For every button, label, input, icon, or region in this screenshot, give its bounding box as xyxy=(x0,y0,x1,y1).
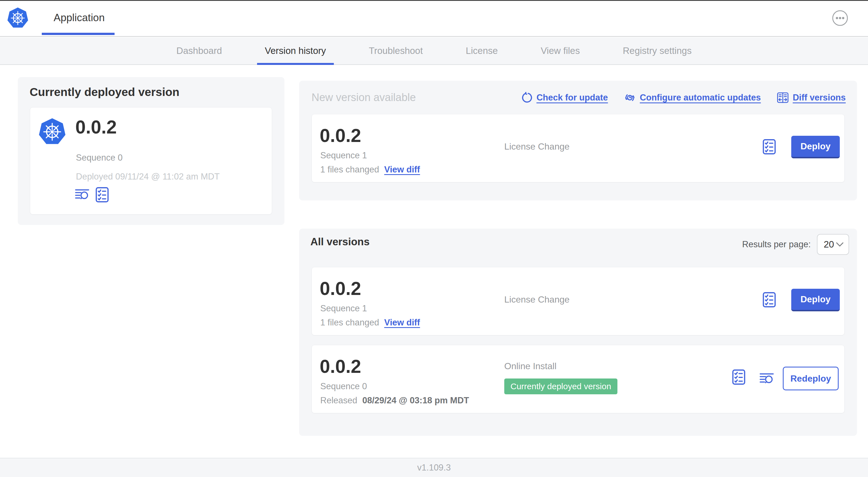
results-per-page: Results per page: 20 xyxy=(742,234,849,255)
version-meta: 1 files changed View diff xyxy=(320,318,420,328)
kubernetes-logo-icon xyxy=(7,6,29,30)
deploy-button[interactable]: Deploy xyxy=(791,136,840,158)
tab-view-files[interactable]: View files xyxy=(533,37,588,64)
results-per-page-select[interactable]: 20 xyxy=(817,234,849,255)
ellipsis-icon xyxy=(832,10,848,26)
redeploy-button[interactable]: Redeploy xyxy=(783,367,839,390)
tab-troubleshoot[interactable]: Troubleshoot xyxy=(361,37,431,64)
nav-tabs: Dashboard Version history Troubleshoot L… xyxy=(168,37,700,64)
deploy-button[interactable]: Deploy xyxy=(791,289,840,311)
chevron-down-icon xyxy=(836,242,843,247)
preflight-checks-button[interactable] xyxy=(96,187,108,202)
version-sequence: Sequence 1 xyxy=(320,150,367,160)
update-links: Check for update Configure automatic upd… xyxy=(521,92,846,103)
window-top-border xyxy=(0,0,868,1)
current-version-actions xyxy=(75,187,108,202)
preflight-checks-button[interactable] xyxy=(763,292,776,307)
view-logs-button[interactable] xyxy=(760,372,774,385)
tab-version-history[interactable]: Version history xyxy=(257,37,334,64)
preflight-checks-icon xyxy=(763,139,776,154)
version-number: 0.0.2 xyxy=(320,279,361,298)
version-row: 0.0.2 Sequence 1 1 files changed View di… xyxy=(312,267,844,335)
files-changed-text: 1 files changed xyxy=(320,165,379,175)
diff-icon xyxy=(777,92,788,103)
version-sequence: Sequence 0 xyxy=(320,381,367,391)
app-header: Application xyxy=(0,1,868,37)
currently-deployed-title: Currently deployed version xyxy=(30,86,180,99)
view-logs-icon xyxy=(760,372,774,385)
app-tab-active-underline xyxy=(42,33,115,35)
tab-license[interactable]: License xyxy=(458,37,506,64)
all-versions-title: All versions xyxy=(310,236,370,248)
tab-registry-settings[interactable]: Registry settings xyxy=(615,37,700,64)
new-version-header: New version available Check for update C… xyxy=(312,91,846,103)
currently-deployed-badge: Currently deployed version xyxy=(504,379,617,394)
kots-admin-console: Application Dashboard Version history Tr… xyxy=(0,0,868,477)
version-source: License Change xyxy=(504,294,569,305)
view-logs-button[interactable] xyxy=(75,188,89,201)
configure-automatic-updates-link[interactable]: Configure automatic updates xyxy=(624,92,761,103)
app-tab[interactable]: Application xyxy=(54,1,105,34)
version-meta: Released 08/29/24 @ 03:18 pm MDT xyxy=(320,395,469,406)
app-nav: Dashboard Version history Troubleshoot L… xyxy=(0,37,868,65)
version-source: Online Install xyxy=(504,361,556,371)
view-diff-link[interactable]: View diff xyxy=(384,318,420,328)
app-footer: v1.109.3 xyxy=(0,458,868,477)
released-timestamp: 08/29/24 @ 03:18 pm MDT xyxy=(362,395,469,406)
diff-versions-link[interactable]: Diff versions xyxy=(777,92,846,103)
version-meta: 1 files changed View diff xyxy=(320,165,420,175)
kubernetes-app-icon xyxy=(38,117,66,147)
preflight-checks-button[interactable] xyxy=(732,369,745,385)
new-version-card: 0.0.2 Sequence 1 1 files changed View di… xyxy=(312,114,844,182)
results-per-page-label: Results per page: xyxy=(742,239,811,249)
released-prefix: Released xyxy=(320,395,357,406)
new-version-panel: New version available Check for update C… xyxy=(299,81,857,200)
currently-deployed-panel: Currently deployed version 0.0.2 Sequenc… xyxy=(18,77,284,225)
version-row: 0.0.2 Sequence 0 Released 08/29/24 @ 03:… xyxy=(312,345,844,413)
refresh-icon xyxy=(521,92,532,103)
preflight-checks-icon xyxy=(96,187,108,202)
check-for-update-link[interactable]: Check for update xyxy=(521,92,608,103)
current-sequence: Sequence 0 xyxy=(76,153,122,163)
preflight-checks-icon xyxy=(763,292,776,307)
overflow-menu-button[interactable] xyxy=(832,10,848,26)
current-deployed-timestamp: Deployed 09/11/24 @ 11:02 am MDT xyxy=(76,172,220,182)
files-changed-text: 1 files changed xyxy=(320,318,379,328)
version-number: 0.0.2 xyxy=(320,357,361,376)
preflight-checks-button[interactable] xyxy=(763,139,776,154)
currently-deployed-card: 0.0.2 Sequence 0 Deployed 09/11/24 @ 11:… xyxy=(30,107,272,214)
console-version: v1.109.3 xyxy=(417,463,451,473)
view-diff-link[interactable]: View diff xyxy=(384,165,420,175)
new-version-title: New version available xyxy=(312,91,416,103)
version-source: License Change xyxy=(504,141,569,152)
preflight-checks-icon xyxy=(732,369,745,385)
version-sequence: Sequence 1 xyxy=(320,303,367,314)
current-version-number: 0.0.2 xyxy=(75,118,117,136)
configure-automatic-updates-label: Configure automatic updates xyxy=(640,93,761,103)
clock-sync-icon xyxy=(624,92,636,103)
view-logs-icon xyxy=(75,188,89,201)
check-for-update-label: Check for update xyxy=(536,93,608,103)
version-number: 0.0.2 xyxy=(320,126,361,145)
tab-dashboard[interactable]: Dashboard xyxy=(168,37,230,64)
diff-versions-label: Diff versions xyxy=(793,93,846,103)
all-versions-panel: All versions Results per page: 20 0.0.2 … xyxy=(299,229,857,436)
results-per-page-value: 20 xyxy=(824,239,834,250)
